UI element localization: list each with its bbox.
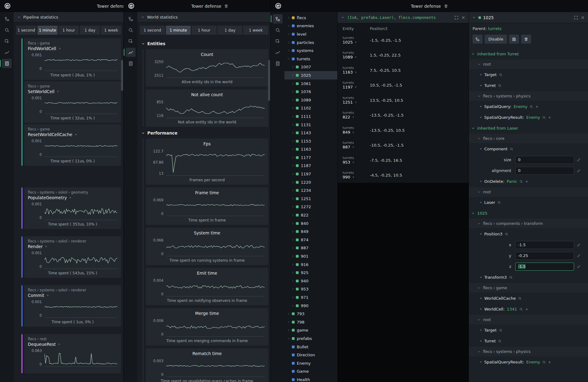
panel-header[interactable]: Pipeline statistics	[14, 12, 124, 22]
chevron-right-icon[interactable]	[291, 296, 295, 299]
magnifier-icon[interactable]	[510, 147, 513, 151]
chevron-right-icon[interactable]	[291, 246, 295, 250]
inspector-component-row[interactable]: •SpatialQuery:Enemy	[469, 101, 588, 112]
component-value-link[interactable]: Enemy	[513, 104, 527, 109]
inspector-component-row[interactable]: •SpatialQueryResult:Enemy	[469, 357, 588, 367]
tree-item-flecs[interactable]: flecs	[284, 14, 337, 22]
query-result-row[interactable]: turrets119710.5, -0.25, -1.5	[338, 78, 469, 93]
entity-link[interactable]: 953	[343, 160, 370, 165]
parent-link[interactable]: turrets	[488, 26, 501, 31]
inspector-section-header[interactable]: 1025	[469, 208, 588, 218]
chevron-right-icon[interactable]	[291, 115, 295, 118]
tree-item-990[interactable]: 990	[284, 302, 337, 310]
tree-item-971[interactable]: 971	[284, 293, 337, 302]
stat-name-link[interactable]: Render	[28, 244, 117, 249]
chevron-right-icon[interactable]	[291, 197, 295, 200]
tree-item-Bullet[interactable]: Bullet	[284, 343, 337, 351]
entity-link[interactable]: 1197	[343, 85, 370, 90]
chevron-right-icon[interactable]	[291, 213, 295, 217]
component-value-link[interactable]: Enemy	[526, 360, 540, 364]
chevron-right-icon[interactable]	[287, 320, 291, 324]
tree-item-793[interactable]: 793	[284, 310, 337, 318]
tree-item-1187[interactable]: 1187	[284, 162, 337, 170]
entity-link[interactable]: 1089	[343, 55, 370, 60]
tree-item-822[interactable]: 822	[284, 211, 337, 219]
inspector-component-row[interactable]: •SpatialQueryResult:Enemy	[469, 112, 588, 123]
query-result-row[interactable]: turrets953-7.5, -0.25, 16.5	[338, 153, 469, 168]
inspector-component-row[interactable]: •Turret	[469, 80, 588, 91]
entity-link[interactable]: 822	[343, 115, 370, 120]
tree-item-940[interactable]: 940	[284, 277, 337, 285]
inspector-component-row[interactable]: •OnDelete:Panic	[469, 176, 588, 187]
tree-item-953[interactable]: 953	[284, 285, 337, 294]
tree-item-840[interactable]: 840	[284, 219, 337, 228]
magnifier-icon[interactable]	[498, 84, 502, 88]
asterisk-icon[interactable]	[548, 116, 551, 119]
inspector-component-row[interactable]: •WorldCellCache	[469, 293, 588, 304]
sidebar-stats-button[interactable]	[2, 59, 12, 68]
asterisk-icon[interactable]	[535, 105, 538, 108]
tree-item-level[interactable]: level	[284, 30, 337, 38]
tab-1-hour[interactable]: 1 hour	[58, 26, 79, 35]
sidebar-inspect-button[interactable]	[273, 36, 283, 46]
chevron-right-icon[interactable]	[291, 255, 295, 258]
inspector-section-header[interactable]: inherited from Turret	[469, 49, 588, 59]
tree-item-901[interactable]: 901	[284, 252, 337, 260]
entity-link[interactable]: 990	[343, 175, 370, 180]
stat-name-link[interactable]: SetWorldCell	[28, 89, 117, 94]
chevron-right-icon[interactable]	[291, 139, 295, 143]
tree-item-turrets[interactable]: turrets	[284, 55, 337, 63]
chevron-right-icon[interactable]	[291, 131, 295, 135]
chevron-right-icon[interactable]	[291, 205, 295, 208]
component-value-link[interactable]: 1341	[507, 307, 517, 311]
inspector-component-row[interactable]: •Position3	[469, 229, 588, 239]
tree-item-Enemy[interactable]: Enemy	[284, 359, 337, 367]
stat-name-link[interactable]: FindWorldCell	[28, 46, 117, 51]
asterisk-icon[interactable]	[525, 308, 528, 311]
tab-1-second[interactable]: 1 second	[140, 26, 165, 35]
scrollbar-thumb[interactable]	[121, 60, 123, 91]
inspector-component-row[interactable]: •Component	[469, 144, 588, 154]
tab-1-day[interactable]: 1 day	[218, 26, 243, 35]
tab-1-minute[interactable]: 1 minute	[166, 26, 191, 35]
chevron-right-icon[interactable]	[291, 106, 295, 110]
save-button[interactable]	[509, 35, 519, 44]
query-result-row[interactable]: turrets1025-1.5, -0.25, -1.5	[338, 33, 469, 48]
sidebar-search-button[interactable]	[126, 25, 136, 35]
chevron-right-icon[interactable]	[291, 65, 295, 69]
tree-item-1102[interactable]: 1102	[284, 104, 337, 113]
tree-item-1131[interactable]: 1131	[284, 121, 337, 129]
entity-link[interactable]: 849	[343, 130, 370, 135]
sidebar-stats-button[interactable]	[126, 59, 136, 68]
sidebar-chart-button[interactable]	[2, 48, 12, 57]
chevron-right-icon[interactable]	[291, 230, 295, 233]
tab-1-hour[interactable]: 1 hour	[192, 26, 217, 35]
tree-item-1007[interactable]: 1007	[284, 63, 337, 71]
field-input-x[interactable]: -1.5	[515, 241, 574, 249]
inspector-component-row[interactable]: •Turret	[469, 336, 588, 346]
fullscreen-icon[interactable]	[574, 15, 578, 20]
chevron-right-icon[interactable]	[287, 16, 291, 19]
magnifier-icon[interactable]	[530, 105, 533, 109]
component-value-link[interactable]: Enemy	[526, 115, 540, 120]
query-result-row[interactable]: turrets822-13.5, -0.25, -1.5	[338, 108, 469, 123]
chevron-right-icon[interactable]	[291, 238, 295, 242]
sidebar-search-button[interactable]	[273, 25, 283, 35]
tree-item-925[interactable]: 925	[284, 268, 337, 277]
edit-icon[interactable]	[577, 243, 581, 247]
chevron-right-icon[interactable]	[291, 279, 295, 283]
inspector-group-header[interactable]: root	[469, 315, 588, 324]
tree-item-1025[interactable]: 1025	[284, 71, 337, 79]
tree-item-Game[interactable]: Game	[284, 367, 337, 376]
chevron-down-icon[interactable]	[341, 15, 345, 19]
tree-item-1076[interactable]: 1076	[284, 88, 337, 96]
magnifier-icon[interactable]	[542, 360, 546, 364]
fullscreen-icon[interactable]	[454, 15, 459, 20]
chevron-right-icon[interactable]	[291, 90, 295, 93]
tab-1-minute[interactable]: 1 minute	[37, 26, 58, 35]
inspector-component-row[interactable]: •Laser	[469, 197, 588, 208]
inspector-group-header[interactable]: flecs › core	[469, 134, 588, 143]
sidebar-inspect-button[interactable]	[2, 36, 12, 46]
panel-header[interactable]: World statistics	[137, 12, 271, 22]
chevron-right-icon[interactable]	[291, 74, 295, 77]
